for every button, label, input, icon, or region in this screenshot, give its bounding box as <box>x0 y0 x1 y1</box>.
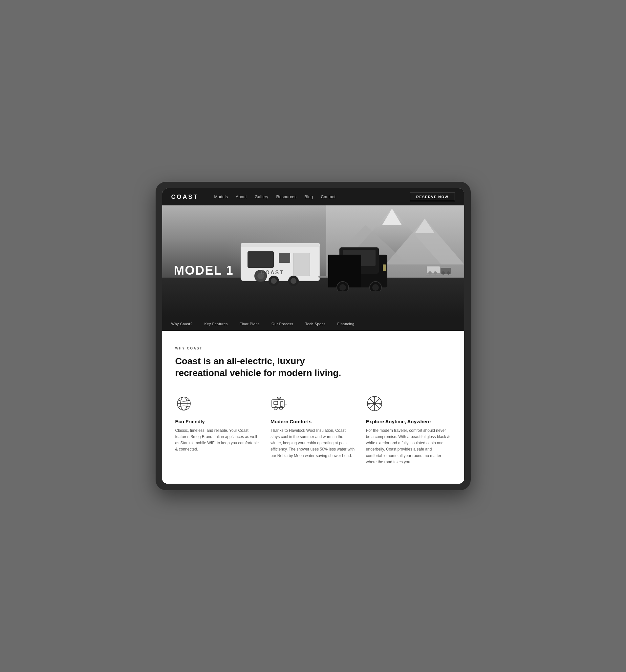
svg-point-44 <box>279 399 280 400</box>
svg-point-33 <box>447 271 450 274</box>
subnav-key-features[interactable]: Key Features <box>204 322 228 326</box>
why-coast-section: WHY COAST Coast is an all-electric, luxu… <box>162 331 464 484</box>
feature-eco-friendly: Eco Friendly Classic, timeless, and reli… <box>175 395 260 465</box>
nav-links: Models About Gallery Resources Blog Cont… <box>214 195 399 199</box>
nav-models[interactable]: Models <box>214 195 228 199</box>
explore-title: Explore Anytime, Anywhere <box>366 419 451 424</box>
nav-resources[interactable]: Resources <box>276 195 297 199</box>
svg-point-32 <box>442 271 445 274</box>
svg-rect-27 <box>383 264 386 271</box>
svg-rect-40 <box>280 402 283 406</box>
subnav-tech-specs[interactable]: Tech Specs <box>305 322 326 326</box>
nav-blog[interactable]: Blog <box>304 195 313 199</box>
sub-navbar: Why Coast? Key Features Floor Plans Our … <box>162 317 464 331</box>
svg-point-14 <box>271 278 277 284</box>
logo[interactable]: COAST <box>171 194 199 200</box>
svg-point-24 <box>340 284 346 291</box>
trailer-icon <box>271 395 287 412</box>
svg-point-26 <box>372 284 379 291</box>
eco-friendly-title: Eco Friendly <box>175 419 260 424</box>
modern-comforts-title: Modern Comforts <box>271 419 355 424</box>
svg-text:N: N <box>374 397 375 399</box>
trailer-truck-scene: COAST <box>228 225 398 291</box>
features-grid: Eco Friendly Classic, timeless, and reli… <box>175 395 451 465</box>
subnav-why-coast[interactable]: Why Coast? <box>171 322 193 326</box>
svg-text:W: W <box>368 403 370 405</box>
svg-rect-7 <box>241 243 320 247</box>
nav-contact[interactable]: Contact <box>321 195 335 199</box>
svg-rect-18 <box>319 276 328 278</box>
svg-point-41 <box>274 407 277 410</box>
svg-text:S: S <box>374 408 375 410</box>
hero-section: COAST MODEL 1 <box>162 206 464 317</box>
subnav-our-process[interactable]: Our Process <box>272 322 294 326</box>
nav-gallery[interactable]: Gallery <box>255 195 269 199</box>
browser-window: COAST Models About Gallery Resources Blo… <box>162 188 464 484</box>
svg-rect-39 <box>274 401 278 405</box>
hero-model-title: MODEL 1 <box>174 263 234 278</box>
nav-about[interactable]: About <box>236 195 247 199</box>
svg-point-29 <box>428 271 432 274</box>
svg-rect-8 <box>248 251 274 268</box>
hero-thumbnail[interactable] <box>426 263 453 278</box>
subnav-floor-plans[interactable]: Floor Plans <box>240 322 260 326</box>
navbar: COAST Models About Gallery Resources Blo… <box>162 188 464 206</box>
explore-desc: For the modern traveler, comfort should … <box>366 428 451 465</box>
svg-rect-10 <box>279 253 290 263</box>
svg-point-16 <box>291 278 296 284</box>
globe-icon <box>175 395 192 412</box>
svg-point-54 <box>374 403 375 405</box>
svg-point-30 <box>434 271 437 274</box>
reserve-button[interactable]: RESERVE NOW <box>410 193 455 201</box>
subnav-financing[interactable]: Financing <box>338 322 354 326</box>
section-headline: Coast is an all-electric, luxury recreat… <box>175 355 359 379</box>
device-frame: COAST Models About Gallery Resources Blo… <box>156 182 471 490</box>
compass-icon: N S E W <box>366 395 383 412</box>
feature-explore: N S E W Explore Anytime, Anywhere For th… <box>366 395 451 465</box>
section-label: WHY COAST <box>175 346 451 350</box>
eco-friendly-desc: Classic, timeless, and reliable. Your Co… <box>175 428 260 453</box>
svg-text:COAST: COAST <box>261 270 284 275</box>
feature-modern-comforts: Modern Comforts Thanks to Havelock Wool … <box>271 395 355 465</box>
svg-point-42 <box>279 407 283 410</box>
svg-rect-9 <box>294 253 310 276</box>
svg-text:E: E <box>379 403 381 405</box>
modern-comforts-desc: Thanks to Havelock Wool Insulation, Coas… <box>271 428 355 459</box>
